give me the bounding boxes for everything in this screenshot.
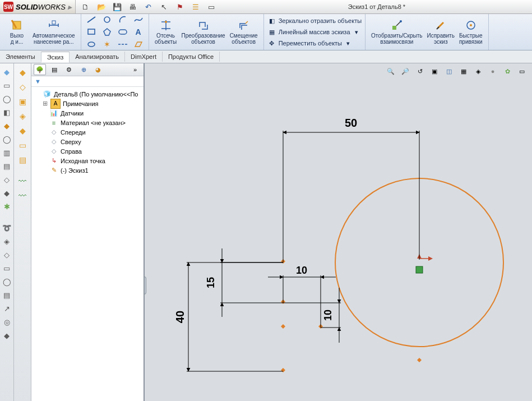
text-icon[interactable]: A <box>132 26 145 38</box>
tab-analyze[interactable]: Анализировать <box>70 52 125 62</box>
ellipse-icon[interactable] <box>85 39 98 50</box>
rail-icon[interactable]: ◆ <box>17 67 28 78</box>
convert-label: Преобразование объектов <box>182 33 225 45</box>
tab-dimxpert[interactable]: DimXpert <box>125 52 163 62</box>
fm-tab-property-icon[interactable]: ▤ <box>48 64 61 75</box>
rail-icon[interactable]: ◆ <box>17 125 28 136</box>
linear-pattern-button[interactable]: ▦Линейный массив эскиза▾ <box>267 27 362 37</box>
rebuild-icon[interactable]: ⚑ <box>175 2 184 11</box>
dim-40[interactable]: 40 <box>174 262 283 371</box>
move-button[interactable]: ✥Переместить объекты▾ <box>267 38 362 48</box>
tree-origin[interactable]: ↳Исходная точка <box>34 156 144 165</box>
rail-icon[interactable]: ◇ <box>2 250 12 260</box>
origin-icon: ↳ <box>49 156 58 165</box>
rail-icon[interactable]: ◇ <box>17 81 28 93</box>
logo-chevron-icon[interactable]: ▸ <box>68 3 72 11</box>
rail-icon[interactable]: ✱ <box>2 201 12 211</box>
rail-icon[interactable]: ▤ <box>2 161 12 171</box>
document-title: Эскиз1 от Деталь8 * <box>221 3 532 10</box>
tree-root[interactable]: 🧊Деталь8 (По умолчанию<<По <box>34 89 144 99</box>
expand-icon[interactable]: ⊞ <box>41 100 48 107</box>
fm-tree[interactable]: 🧊Деталь8 (По умолчанию<<По ⊞AПримечания … <box>31 87 144 401</box>
rail-icon[interactable]: ▤ <box>17 154 28 165</box>
tab-sketch[interactable]: Эскиз <box>41 52 70 63</box>
spline-icon[interactable] <box>132 14 145 25</box>
exit-sketch-button[interactable]: Выхо д и... <box>3 18 30 46</box>
save-icon[interactable]: 💾 <box>113 2 122 11</box>
chevron-down-icon: ▾ <box>346 40 350 47</box>
tree-plane-right[interactable]: ◇Справа <box>34 146 144 156</box>
rail-icon[interactable]: ↗ <box>2 303 12 314</box>
rail-icon[interactable]: ◧ <box>2 107 12 117</box>
dim-50[interactable]: 50 <box>283 117 419 262</box>
rail-icon[interactable]: ▥ <box>2 148 12 158</box>
more-icon[interactable]: ▭ <box>207 2 216 11</box>
rail-icon[interactable]: ▣ <box>17 96 28 107</box>
tree-plane-front[interactable]: ◇Спереди <box>34 127 144 137</box>
rail-icon[interactable]: ◇ <box>2 174 12 185</box>
graphics-viewport[interactable]: 🔍 🔎 ↺ ▣ ◫ ▦ ◈ ● ✿ ▭ <box>144 63 532 401</box>
tree-annotations[interactable]: ⊞AПримечания <box>34 99 144 108</box>
tree-plane-top[interactable]: ◇Сверху <box>34 137 144 146</box>
rail-icon[interactable]: ◈ <box>17 110 28 122</box>
rail-icon[interactable]: ◆ <box>2 330 12 340</box>
fm-filter-input[interactable] <box>43 77 144 85</box>
select-icon[interactable]: ↖ <box>160 2 169 11</box>
rail-icon[interactable]: ◆ <box>2 188 12 198</box>
fm-filter[interactable]: ▼ <box>31 76 144 87</box>
rail-icon[interactable]: ◎ <box>2 317 12 327</box>
rect-icon[interactable] <box>85 26 98 38</box>
rail-icon[interactable]: 〰 <box>17 190 28 201</box>
fm-tab-dim-icon[interactable]: ⊕ <box>77 64 90 75</box>
rail-icon[interactable]: ▭ <box>17 140 28 151</box>
ribbon-group-relations: Отобразить/Скрыть взаимосвязи Исправить … <box>366 14 489 50</box>
centerline-icon[interactable] <box>116 39 129 50</box>
point-icon[interactable]: ✶ <box>100 39 114 50</box>
offset-button[interactable]: Смещение объектов <box>228 18 260 46</box>
tab-features[interactable]: Элементы <box>0 52 41 62</box>
plane-icon[interactable] <box>132 39 145 50</box>
rail-icon[interactable]: ◈ <box>2 236 12 246</box>
undo-icon[interactable]: ↶ <box>144 2 153 11</box>
rail-icon[interactable]: ▤ <box>2 290 12 300</box>
rail-icon[interactable]: 〰 <box>17 176 28 187</box>
rail-icon[interactable]: ▭ <box>2 263 12 273</box>
quick-snaps-button[interactable]: Быстрые привязки <box>457 18 485 46</box>
show-hide-relations-button[interactable]: Отобразить/Скрыть взаимосвязи <box>369 18 424 46</box>
fix-sketch-button[interactable]: Исправить эскиз <box>425 18 457 46</box>
options-icon[interactable]: ☰ <box>191 2 200 11</box>
dim-15[interactable]: 15 <box>205 248 283 317</box>
slot-icon[interactable] <box>116 26 129 38</box>
line-icon[interactable] <box>85 14 98 25</box>
smart-dimension-button[interactable]: Автоматическое нанесение ра... <box>30 18 77 46</box>
tree-material[interactable]: ≡Материал <не указан> <box>34 118 144 127</box>
trim-button[interactable]: Отсечь объекты <box>152 18 179 46</box>
mirror-button[interactable]: ◧Зеркально отразить объекты <box>267 16 362 26</box>
arc-icon[interactable] <box>116 14 129 25</box>
rail-icon[interactable]: ◆ <box>2 67 12 77</box>
fm-expand-icon[interactable]: » <box>129 64 141 75</box>
tree-label: Справа <box>61 148 82 155</box>
tree-sketch1[interactable]: ✎(-) Эскиз1 <box>34 165 144 175</box>
svg-rect-16 <box>416 266 423 273</box>
rail-icon[interactable]: ◯ <box>2 94 12 104</box>
dim-10-vert[interactable]: 10 <box>283 288 341 343</box>
fm-tab-render-icon[interactable]: ◕ <box>92 64 104 75</box>
fm-tab-config-icon[interactable]: ⚙ <box>63 64 75 75</box>
new-doc-icon[interactable]: 🗋 <box>81 2 90 11</box>
tab-office[interactable]: Продукты Office <box>163 52 220 62</box>
rail-icon[interactable]: ◯ <box>2 134 12 144</box>
print-icon[interactable]: 🖶 <box>128 2 137 11</box>
circle-icon[interactable] <box>100 14 114 25</box>
fm-tab-tree-icon[interactable]: 🌳 <box>34 64 46 75</box>
rail-icon[interactable]: ▭ <box>2 80 12 90</box>
feature-manager-panel: 🌳 ▤ ⚙ ⊕ ◕ » ▼ 🧊Деталь8 (По умолчанию<<По… <box>31 63 144 401</box>
tree-sensors[interactable]: 📊Датчики <box>34 108 144 118</box>
polygon-icon[interactable] <box>100 26 114 38</box>
rail-icon[interactable]: ◆ <box>2 121 12 131</box>
rail-icon[interactable]: ➰ <box>2 223 12 233</box>
plane-icon: ◇ <box>49 128 58 137</box>
open-doc-icon[interactable]: 📂 <box>97 2 106 11</box>
rail-icon[interactable]: ◯ <box>2 276 12 287</box>
convert-button[interactable]: Преобразование объектов <box>179 18 228 46</box>
